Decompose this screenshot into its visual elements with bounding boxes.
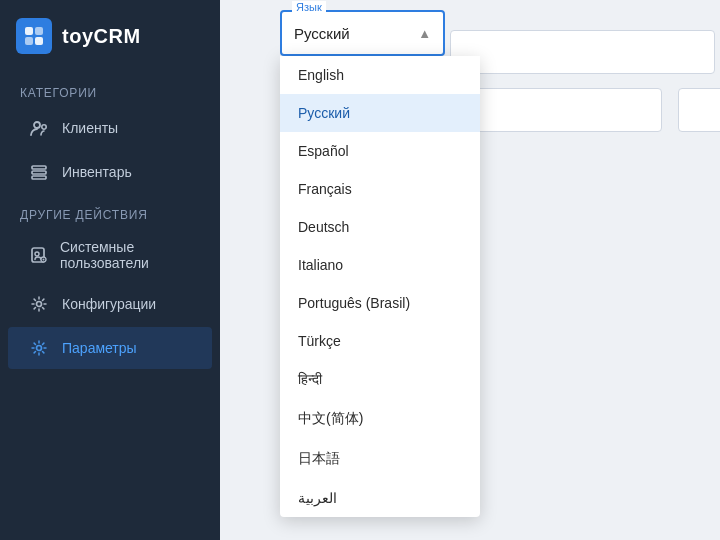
app-logo: toyCRM — [0, 0, 220, 72]
sidebar-item-system-users[interactable]: Системные пользователи — [8, 229, 212, 281]
categories-section-label: Категории — [0, 72, 220, 106]
sidebar: toyCRM Категории Клиенты Инвентарь Други… — [0, 0, 220, 540]
inventory-icon — [28, 161, 50, 183]
configurations-icon — [28, 293, 50, 315]
svg-point-12 — [37, 302, 42, 307]
dropdown-option-fr[interactable]: Français — [280, 170, 480, 208]
dropdown-option-hi[interactable]: हिन्दी — [280, 360, 480, 399]
svg-rect-1 — [35, 27, 43, 35]
svg-rect-0 — [25, 27, 33, 35]
language-select-trigger[interactable]: Русский ▲ — [280, 10, 445, 56]
app-name: toyCRM — [62, 25, 141, 48]
dropdown-option-tr[interactable]: Türkçe — [280, 322, 480, 360]
svg-point-4 — [34, 122, 40, 128]
sidebar-item-configurations[interactable]: Конфигурации — [8, 283, 212, 325]
svg-rect-6 — [32, 166, 46, 169]
dropdown-option-en[interactable]: English — [280, 56, 480, 94]
settings-icon — [28, 337, 50, 359]
sidebar-item-settings[interactable]: Параметры — [8, 327, 212, 369]
svg-point-13 — [37, 346, 42, 351]
svg-rect-3 — [35, 37, 43, 45]
main-content: Язык Русский ▲ EnglishРусскийEspañolFran… — [220, 0, 720, 540]
dropdown-option-de[interactable]: Deutsch — [280, 208, 480, 246]
language-selector-wrapper: Язык Русский ▲ EnglishРусскийEspañolFran… — [280, 10, 445, 56]
system-users-icon — [28, 244, 48, 266]
svg-rect-10 — [35, 252, 39, 256]
logo-icon — [16, 18, 52, 54]
dropdown-option-it[interactable]: Italiano — [280, 246, 480, 284]
svg-rect-7 — [32, 171, 46, 174]
dropdown-option-ja[interactable]: 日本語 — [280, 439, 480, 479]
bg-input-3 — [678, 88, 720, 132]
language-select-container: Язык Русский ▲ EnglishРусскийEspañolFran… — [280, 10, 445, 56]
sidebar-item-configurations-label: Конфигурации — [62, 296, 156, 312]
sidebar-item-settings-label: Параметры — [62, 340, 137, 356]
other-actions-section-label: Другие действия — [0, 194, 220, 228]
dropdown-option-pt[interactable]: Português (Brasil) — [280, 284, 480, 322]
language-dropdown-menu: EnglishРусскийEspañolFrançaisDeutschItal… — [280, 56, 480, 517]
sidebar-item-system-users-label: Системные пользователи — [60, 239, 192, 271]
svg-rect-2 — [25, 37, 33, 45]
sidebar-item-clients[interactable]: Клиенты — [8, 107, 212, 149]
dropdown-arrow-icon: ▲ — [418, 26, 431, 41]
background-form — [450, 30, 720, 146]
clients-icon — [28, 117, 50, 139]
svg-rect-8 — [32, 176, 46, 179]
bg-input-1 — [450, 30, 715, 74]
dropdown-option-es[interactable]: Español — [280, 132, 480, 170]
svg-point-5 — [42, 125, 46, 129]
dropdown-option-zh[interactable]: 中文(简体) — [280, 399, 480, 439]
sidebar-item-inventory[interactable]: Инвентарь — [8, 151, 212, 193]
sidebar-item-inventory-label: Инвентарь — [62, 164, 132, 180]
dropdown-option-ar[interactable]: العربية — [280, 479, 480, 517]
dropdown-option-ru[interactable]: Русский — [280, 94, 480, 132]
bg-input-2 — [450, 88, 662, 132]
language-current-value: Русский — [294, 25, 350, 42]
sidebar-item-clients-label: Клиенты — [62, 120, 118, 136]
